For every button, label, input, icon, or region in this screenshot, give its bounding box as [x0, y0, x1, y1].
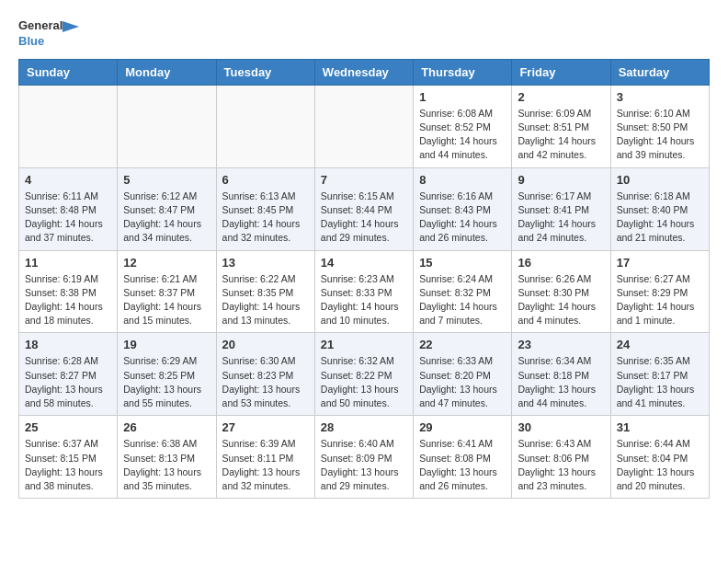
calendar-cell: 6Sunrise: 6:13 AMSunset: 8:45 PMDaylight…	[216, 167, 314, 250]
day-number: 8	[419, 173, 506, 187]
calendar-cell: 14Sunrise: 6:23 AMSunset: 8:33 PMDayligh…	[314, 250, 413, 333]
weekday-header-thursday: Thursday	[414, 59, 512, 85]
calendar-cell: 5Sunrise: 6:12 AMSunset: 8:47 PMDaylight…	[118, 167, 216, 250]
calendar-cell	[19, 85, 118, 167]
day-number: 20	[222, 338, 309, 351]
calendar-cell: 9Sunrise: 6:17 AMSunset: 8:41 PMDaylight…	[512, 167, 610, 250]
day-info: Sunrise: 6:44 AMSunset: 8:04 PMDaylight:…	[617, 437, 703, 493]
calendar-cell: 29Sunrise: 6:41 AMSunset: 8:08 PMDayligh…	[414, 416, 512, 499]
day-number: 28	[321, 420, 407, 434]
day-number: 11	[25, 256, 111, 270]
calendar-cell: 27Sunrise: 6:39 AMSunset: 8:11 PMDayligh…	[216, 416, 314, 499]
day-info: Sunrise: 6:40 AMSunset: 8:09 PMDaylight:…	[321, 437, 407, 493]
day-info: Sunrise: 6:08 AMSunset: 8:52 PMDaylight:…	[419, 107, 506, 163]
calendar-cell: 19Sunrise: 6:29 AMSunset: 8:25 PMDayligh…	[118, 333, 216, 416]
calendar-cell: 18Sunrise: 6:28 AMSunset: 8:27 PMDayligh…	[19, 333, 118, 416]
calendar-cell	[314, 85, 413, 167]
calendar-cell: 2Sunrise: 6:09 AMSunset: 8:51 PMDaylight…	[512, 85, 610, 167]
day-number: 9	[518, 173, 604, 187]
day-number: 3	[617, 90, 703, 104]
day-number: 17	[617, 256, 703, 270]
day-number: 29	[419, 420, 506, 434]
day-info: Sunrise: 6:26 AMSunset: 8:30 PMDaylight:…	[518, 272, 604, 328]
calendar-cell: 4Sunrise: 6:11 AMSunset: 8:48 PMDaylight…	[19, 167, 118, 250]
calendar-week-row: 4Sunrise: 6:11 AMSunset: 8:48 PMDaylight…	[19, 167, 710, 250]
weekday-header-friday: Friday	[512, 59, 610, 85]
weekday-header-tuesday: Tuesday	[216, 59, 314, 85]
page-header: General Blue	[18, 18, 710, 50]
day-info: Sunrise: 6:18 AMSunset: 8:40 PMDaylight:…	[617, 190, 703, 246]
day-number: 18	[25, 338, 111, 351]
day-number: 25	[25, 420, 111, 434]
weekday-header-monday: Monday	[118, 59, 216, 85]
calendar-cell: 31Sunrise: 6:44 AMSunset: 8:04 PMDayligh…	[610, 416, 709, 499]
day-number: 26	[123, 420, 210, 434]
calendar-week-row: 18Sunrise: 6:28 AMSunset: 8:27 PMDayligh…	[19, 333, 710, 416]
day-info: Sunrise: 6:15 AMSunset: 8:44 PMDaylight:…	[321, 190, 407, 246]
calendar-cell: 24Sunrise: 6:35 AMSunset: 8:17 PMDayligh…	[610, 333, 709, 416]
calendar-week-row: 1Sunrise: 6:08 AMSunset: 8:52 PMDaylight…	[19, 85, 710, 167]
calendar-cell: 30Sunrise: 6:43 AMSunset: 8:06 PMDayligh…	[512, 416, 610, 499]
day-info: Sunrise: 6:29 AMSunset: 8:25 PMDaylight:…	[123, 354, 210, 410]
day-number: 7	[321, 173, 407, 187]
calendar-cell: 17Sunrise: 6:27 AMSunset: 8:29 PMDayligh…	[610, 250, 709, 333]
day-number: 16	[518, 256, 604, 270]
calendar-cell: 28Sunrise: 6:40 AMSunset: 8:09 PMDayligh…	[314, 416, 413, 499]
calendar-cell	[118, 85, 216, 167]
weekday-header-row: SundayMondayTuesdayWednesdayThursdayFrid…	[19, 59, 710, 85]
calendar-cell: 13Sunrise: 6:22 AMSunset: 8:35 PMDayligh…	[216, 250, 314, 333]
day-number: 31	[617, 420, 703, 434]
day-number: 5	[123, 173, 210, 187]
day-info: Sunrise: 6:38 AMSunset: 8:13 PMDaylight:…	[123, 437, 210, 493]
logo: General Blue	[18, 18, 79, 50]
day-info: Sunrise: 6:22 AMSunset: 8:35 PMDaylight:…	[222, 272, 309, 328]
calendar-cell: 11Sunrise: 6:19 AMSunset: 8:38 PMDayligh…	[19, 250, 118, 333]
calendar-cell	[216, 85, 314, 167]
calendar-cell: 8Sunrise: 6:16 AMSunset: 8:43 PMDaylight…	[414, 167, 512, 250]
day-info: Sunrise: 6:41 AMSunset: 8:08 PMDaylight:…	[419, 437, 506, 493]
day-info: Sunrise: 6:39 AMSunset: 8:11 PMDaylight:…	[222, 437, 309, 493]
day-number: 4	[25, 173, 111, 187]
calendar-cell: 12Sunrise: 6:21 AMSunset: 8:37 PMDayligh…	[118, 250, 216, 333]
logo-text-block: General Blue	[18, 18, 79, 50]
calendar-cell: 1Sunrise: 6:08 AMSunset: 8:52 PMDaylight…	[414, 85, 512, 167]
day-info: Sunrise: 6:35 AMSunset: 8:17 PMDaylight:…	[617, 354, 703, 410]
calendar-week-row: 11Sunrise: 6:19 AMSunset: 8:38 PMDayligh…	[19, 250, 710, 333]
day-info: Sunrise: 6:21 AMSunset: 8:37 PMDaylight:…	[123, 272, 210, 328]
calendar-cell: 26Sunrise: 6:38 AMSunset: 8:13 PMDayligh…	[118, 416, 216, 499]
day-info: Sunrise: 6:27 AMSunset: 8:29 PMDaylight:…	[617, 272, 703, 328]
day-info: Sunrise: 6:28 AMSunset: 8:27 PMDaylight:…	[25, 354, 111, 410]
calendar-cell: 15Sunrise: 6:24 AMSunset: 8:32 PMDayligh…	[414, 250, 512, 333]
calendar-cell: 7Sunrise: 6:15 AMSunset: 8:44 PMDaylight…	[314, 167, 413, 250]
calendar-cell: 23Sunrise: 6:34 AMSunset: 8:18 PMDayligh…	[512, 333, 610, 416]
day-number: 23	[518, 338, 604, 351]
weekday-header-saturday: Saturday	[610, 59, 709, 85]
calendar-cell: 16Sunrise: 6:26 AMSunset: 8:30 PMDayligh…	[512, 250, 610, 333]
day-number: 24	[617, 338, 703, 351]
calendar-week-row: 25Sunrise: 6:37 AMSunset: 8:15 PMDayligh…	[19, 416, 710, 499]
calendar-cell: 3Sunrise: 6:10 AMSunset: 8:50 PMDaylight…	[610, 85, 709, 167]
day-number: 21	[321, 338, 407, 351]
day-number: 12	[123, 256, 210, 270]
svg-marker-0	[63, 21, 79, 32]
day-info: Sunrise: 6:16 AMSunset: 8:43 PMDaylight:…	[419, 190, 506, 246]
day-info: Sunrise: 6:19 AMSunset: 8:38 PMDaylight:…	[25, 272, 111, 328]
day-info: Sunrise: 6:24 AMSunset: 8:32 PMDaylight:…	[419, 272, 506, 328]
day-info: Sunrise: 6:17 AMSunset: 8:41 PMDaylight:…	[518, 190, 604, 246]
calendar-cell: 10Sunrise: 6:18 AMSunset: 8:40 PMDayligh…	[610, 167, 709, 250]
day-number: 6	[222, 173, 309, 187]
day-info: Sunrise: 6:32 AMSunset: 8:22 PMDaylight:…	[321, 354, 407, 410]
day-info: Sunrise: 6:34 AMSunset: 8:18 PMDaylight:…	[518, 354, 604, 410]
weekday-header-sunday: Sunday	[19, 59, 118, 85]
day-info: Sunrise: 6:43 AMSunset: 8:06 PMDaylight:…	[518, 437, 604, 493]
day-number: 1	[419, 90, 506, 104]
day-number: 13	[222, 256, 309, 270]
day-info: Sunrise: 6:37 AMSunset: 8:15 PMDaylight:…	[25, 437, 111, 493]
day-info: Sunrise: 6:09 AMSunset: 8:51 PMDaylight:…	[518, 107, 604, 163]
day-info: Sunrise: 6:23 AMSunset: 8:33 PMDaylight:…	[321, 272, 407, 328]
day-info: Sunrise: 6:30 AMSunset: 8:23 PMDaylight:…	[222, 354, 309, 410]
calendar-cell: 22Sunrise: 6:33 AMSunset: 8:20 PMDayligh…	[414, 333, 512, 416]
day-number: 19	[123, 338, 210, 351]
day-number: 10	[617, 173, 703, 187]
day-number: 22	[419, 338, 506, 351]
